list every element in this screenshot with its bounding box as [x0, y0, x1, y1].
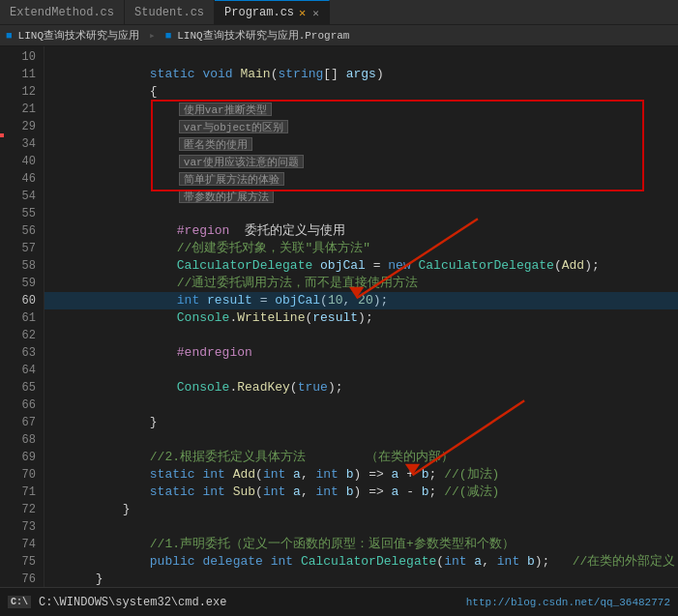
code-line-72 — [44, 501, 678, 518]
terminal-bar: C:\ C:\WINDOWS\system32\cmd.exe http://b… — [0, 587, 678, 616]
code-line-76 — [44, 571, 678, 587]
code-line-74[interactable]: public delegate int CalculatorDelegate(i… — [44, 536, 678, 553]
tab-bar: ExtendMethod.cs Student.cs Program.cs ✕ … — [0, 0, 678, 25]
line-num-71: 71 — [4, 484, 36, 501]
code-line-63 — [44, 344, 678, 362]
code-line-40[interactable]: 简单扩展方法的体验 — [44, 153, 678, 170]
code-line-66[interactable]: } — [44, 396, 678, 414]
line-num-69: 69 — [4, 449, 36, 466]
code-line-62[interactable]: #endregion — [44, 327, 678, 344]
line-numbers: 10 11 12 21 29 34 40 46 54 55 56 57 58 5… — [4, 46, 44, 587]
tab-program-modified: ✕ — [299, 6, 306, 20]
line-num-67: 67 — [4, 414, 36, 431]
code-line-29[interactable]: 匿名类的使用 — [44, 118, 678, 135]
code-line-57[interactable]: CalculatorDelegate objCal = new Calculat… — [44, 240, 678, 257]
line-num-63: 63 — [4, 344, 36, 362]
code-area[interactable]: static void Main(string[] args) { 使用var推… — [44, 46, 678, 587]
linq-icon-left: ■ — [6, 30, 13, 42]
tab-program-label: Program.cs — [224, 6, 294, 19]
line-num-62: 62 — [4, 327, 36, 344]
tab-student[interactable]: Student.cs — [125, 0, 215, 24]
tab-program[interactable]: Program.cs ✕ ✕ — [215, 0, 330, 24]
tab-extendmethod-label: ExtendMethod.cs — [10, 6, 114, 19]
line-num-11: 11 — [4, 66, 36, 83]
line-num-46: 46 — [4, 170, 36, 188]
code-line-56[interactable]: //创建委托对象，关联"具体方法" — [44, 222, 678, 240]
line-num-72: 72 — [4, 501, 36, 518]
breadcrumb-left-text: LINQ查询技术研究与应用 — [18, 28, 139, 43]
terminal-url: http://blog.csdn.net/qq_36482772 — [466, 597, 670, 608]
indicator-strip — [0, 46, 4, 587]
line-num-57: 57 — [4, 240, 36, 257]
line-num-34: 34 — [4, 135, 36, 153]
line-num-56: 56 — [4, 222, 36, 240]
terminal-path: C:\WINDOWS\system32\cmd.exe — [39, 596, 226, 609]
breadcrumb-bar: ■ LINQ查询技术研究与应用 ▸ ■ LINQ查询技术研究与应用.Progra… — [0, 25, 678, 46]
line-num-70: 70 — [4, 466, 36, 484]
code-line-65 — [44, 379, 678, 396]
code-line-69[interactable]: static int Add(int a, int b) => a + b; /… — [44, 449, 678, 466]
code-line-21[interactable]: var与object的区别 — [44, 101, 678, 118]
line-num-60: 60 — [4, 292, 36, 309]
line-num-59: 59 — [4, 275, 36, 292]
line-num-66: 66 — [4, 396, 36, 414]
line-num-55: 55 — [4, 205, 36, 222]
code-line-34[interactable]: var使用应该注意的问题 — [44, 135, 678, 153]
line-num-64: 64 — [4, 362, 36, 379]
code-line-11[interactable]: { — [44, 66, 678, 83]
code-line-64[interactable]: Console.ReadKey(true); — [44, 362, 678, 379]
editor-area: 10 11 12 21 29 34 40 46 54 55 56 57 58 5… — [0, 46, 678, 587]
code-line-60[interactable]: Console.WriteLine(result); — [44, 292, 678, 309]
error-indicator — [0, 133, 4, 137]
code-line-54 — [44, 188, 678, 205]
code-line-59[interactable]: int result = objCal(10, 20); — [44, 275, 678, 292]
code-line-46[interactable]: 带参数的扩展方法 — [44, 170, 678, 188]
line-num-54: 54 — [4, 188, 36, 205]
code-line-67 — [44, 414, 678, 431]
code-line-55[interactable]: #region 委托的定义与使用 — [44, 205, 678, 222]
code-line-75[interactable]: } — [44, 553, 678, 571]
tab-student-label: Student.cs — [134, 6, 204, 19]
line-num-21: 21 — [4, 101, 36, 118]
tab-extendmethod[interactable]: ExtendMethod.cs — [0, 0, 125, 24]
code-line-10[interactable]: static void Main(string[] args) — [44, 48, 678, 66]
code-line-71[interactable]: } — [44, 484, 678, 501]
code-line-12[interactable]: 使用var推断类型 — [44, 83, 678, 101]
cmd-icon: C:\ — [8, 596, 31, 608]
code-line-58[interactable]: //通过委托调用方法，而不是直接使用方法 — [44, 257, 678, 275]
line-num-65: 65 — [4, 379, 36, 396]
code-line-61 — [44, 309, 678, 327]
breadcrumb-right-text: LINQ查询技术研究与应用.Program — [177, 28, 349, 43]
line-num-68: 68 — [4, 431, 36, 449]
breadcrumb-separator: ▸ — [149, 29, 156, 42]
line-num-73: 73 — [4, 518, 36, 536]
line-num-76: 76 — [4, 571, 36, 587]
line-num-75: 75 — [4, 553, 36, 571]
line-num-40: 40 — [4, 153, 36, 170]
code-line-68[interactable]: //2.根据委托定义具体方法 （在类的内部） — [44, 431, 678, 449]
code-line-73[interactable]: //1.声明委托（定义一个函数的原型：返回值+参数类型和个数） — [44, 518, 678, 536]
line-num-10: 10 — [4, 48, 36, 66]
line-num-61: 61 — [4, 309, 36, 327]
line-num-29: 29 — [4, 118, 36, 135]
line-num-58: 58 — [4, 257, 36, 275]
code-line-70[interactable]: static int Sub(int a, int b) => a - b; /… — [44, 466, 678, 484]
close-icon[interactable]: ✕ — [312, 7, 319, 19]
linq-icon-right: ■ — [165, 30, 172, 42]
line-num-12: 12 — [4, 83, 36, 101]
line-num-74: 74 — [4, 536, 36, 553]
